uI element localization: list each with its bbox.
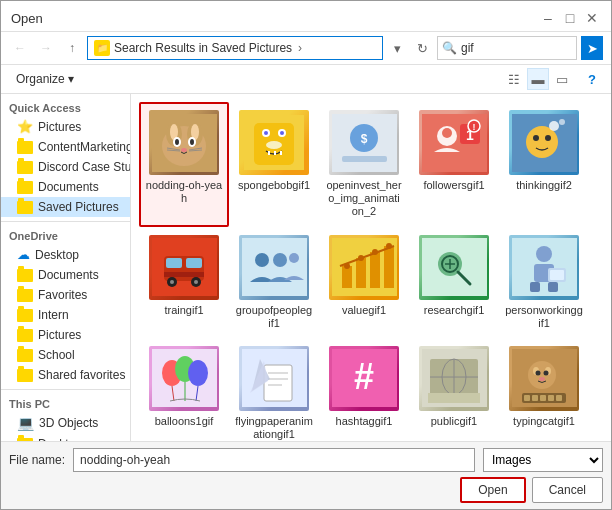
- file-item-5[interactable]: traingif1: [139, 227, 229, 338]
- organize-button[interactable]: Organize ▾: [9, 69, 81, 89]
- help-button[interactable]: ?: [581, 68, 603, 90]
- sidebar: Quick access ⭐ Pictures ContentMarketing…: [1, 94, 131, 441]
- svg-point-9: [190, 139, 194, 145]
- svg-rect-57: [356, 258, 366, 288]
- open-button[interactable]: Open: [460, 477, 525, 503]
- address-dropdown-button[interactable]: ▾: [387, 36, 407, 60]
- cancel-button[interactable]: Cancel: [532, 477, 603, 503]
- folder-icon: [17, 269, 33, 282]
- sidebar-item-od-favorites[interactable]: Favorites: [1, 285, 130, 305]
- refresh-button[interactable]: ↻: [411, 37, 433, 59]
- svg-rect-111: [548, 395, 554, 401]
- maximize-button[interactable]: □: [561, 9, 579, 27]
- sidebar-item-od-shared-favorites[interactable]: Shared favorites: [1, 365, 130, 385]
- svg-rect-112: [556, 395, 562, 401]
- search-box: 🔍: [437, 36, 577, 60]
- sidebar-item-od-documents[interactable]: Documents: [1, 265, 130, 285]
- folder-icon: [17, 141, 33, 154]
- view-list-button[interactable]: ☷: [503, 68, 525, 90]
- file-name-8: researchgif1: [424, 304, 485, 317]
- svg-point-52: [255, 253, 269, 267]
- file-thumbnail-9: [509, 235, 579, 300]
- sidebar-item-saved-pictures[interactable]: Saved Pictures: [1, 197, 130, 217]
- sidebar-item-od-intern[interactable]: Intern: [1, 305, 130, 325]
- file-item-4[interactable]: thinkinggif2: [499, 102, 589, 227]
- file-name-11: flyingpaperanimationgif1: [235, 415, 313, 441]
- back-button[interactable]: ←: [9, 37, 31, 59]
- file-item-13[interactable]: publicgif1: [409, 338, 499, 441]
- file-item-1[interactable]: spongebobgif1: [229, 102, 319, 227]
- view-details-button[interactable]: ▬: [527, 68, 549, 90]
- sidebar-item-documents[interactable]: Documents: [1, 177, 130, 197]
- file-item-8[interactable]: researchgif1: [409, 227, 499, 338]
- filetype-select[interactable]: Images All Files GIF Files PNG Files JPE…: [483, 448, 603, 472]
- cloud-icon: ☁: [17, 247, 30, 262]
- file-name-2: openinvest_hero_img_animati on_2: [325, 179, 403, 219]
- file-item-3[interactable]: 1 ! followersgif1: [409, 102, 499, 227]
- file-thumbnail-8: [419, 235, 489, 300]
- bottom-bar: File name: Images All Files GIF Files PN…: [1, 441, 611, 509]
- folder-icon: [17, 309, 33, 322]
- sidebar-item-od-desktop[interactable]: ☁ Desktop: [1, 244, 130, 265]
- svg-point-61: [344, 263, 350, 269]
- sidebar-item-pictures[interactable]: ⭐ Pictures: [1, 116, 130, 137]
- view-buttons: ☷ ▬ ▭: [503, 68, 573, 90]
- file-item-0[interactable]: nodding-oh-yeah: [139, 102, 229, 227]
- folder-icon: [17, 438, 33, 442]
- svg-point-8: [175, 139, 179, 145]
- file-item-14[interactable]: typingcatgif1: [499, 338, 589, 441]
- svg-rect-24: [280, 151, 282, 155]
- sidebar-item-contentmarketing[interactable]: ContentMarketing: [1, 137, 130, 157]
- file-name-12: hashtaggif1: [336, 415, 393, 428]
- file-thumbnail-13: [419, 346, 489, 411]
- svg-point-72: [536, 246, 552, 262]
- file-item-7[interactable]: valuegif1: [319, 227, 409, 338]
- file-item-10[interactable]: balloons1gif: [139, 338, 229, 441]
- file-item-11[interactable]: flyingpaperanimationgif1: [229, 338, 319, 441]
- file-name-1: spongebobgif1: [238, 179, 310, 192]
- svg-rect-109: [532, 395, 538, 401]
- file-item-6[interactable]: groupofpeoplegif1: [229, 227, 319, 338]
- openinvest-svg: $: [332, 114, 397, 172]
- svg-point-41: [559, 119, 565, 125]
- view-pane-button[interactable]: ▭: [551, 68, 573, 90]
- file-item-9[interactable]: personworkinggif1: [499, 227, 589, 338]
- file-thumbnail-6: [239, 235, 309, 300]
- sidebar-item-pc-desktop[interactable]: Desktop: [1, 434, 130, 441]
- sidebar-item-discord-case-study[interactable]: Discord Case Study: [1, 157, 130, 177]
- close-button[interactable]: ✕: [583, 9, 601, 27]
- filename-input[interactable]: [73, 448, 475, 472]
- sidebar-item-label: Documents: [38, 180, 99, 194]
- file-name-5: traingif1: [164, 304, 203, 317]
- file-name-0: nodding-oh-yeah: [145, 179, 223, 205]
- sidebar-item-od-pictures[interactable]: Pictures: [1, 325, 130, 345]
- sidebar-item-pc-3dobjects[interactable]: 💻 3D Objects: [1, 412, 130, 434]
- forward-button[interactable]: →: [35, 37, 57, 59]
- svg-point-31: [442, 128, 452, 138]
- sidebar-item-od-school[interactable]: School: [1, 345, 130, 365]
- search-input[interactable]: [461, 41, 572, 55]
- file-item-12[interactable]: # hashtaggif1: [319, 338, 409, 441]
- file-thumbnail-11: [239, 346, 309, 411]
- folder-icon: [17, 161, 33, 174]
- minimize-button[interactable]: –: [539, 9, 557, 27]
- sidebar-item-label: Pictures: [38, 328, 81, 342]
- search-go-button[interactable]: ➤: [581, 36, 603, 60]
- title-bar: Open – □ ✕: [1, 1, 611, 32]
- svg-rect-46: [164, 272, 204, 277]
- action-row: Open Cancel: [9, 477, 603, 503]
- public-svg: [422, 349, 487, 407]
- up-button[interactable]: ↑: [61, 37, 83, 59]
- svg-rect-56: [342, 266, 352, 288]
- cat-svg: [152, 114, 217, 172]
- svg-point-38: [533, 135, 539, 141]
- hashtag-svg: #: [332, 349, 397, 407]
- file-thumbnail-7: [329, 235, 399, 300]
- folder-icon: [17, 369, 33, 382]
- sidebar-item-label: Documents: [38, 268, 99, 282]
- sidebar-item-label: Saved Pictures: [38, 200, 119, 214]
- address-path[interactable]: 📁 Search Results in Saved Pictures ›: [87, 36, 383, 60]
- svg-point-10: [181, 148, 187, 152]
- svg-point-101: [528, 361, 556, 389]
- file-item-2[interactable]: $ openinvest_hero_img_animati on_2: [319, 102, 409, 227]
